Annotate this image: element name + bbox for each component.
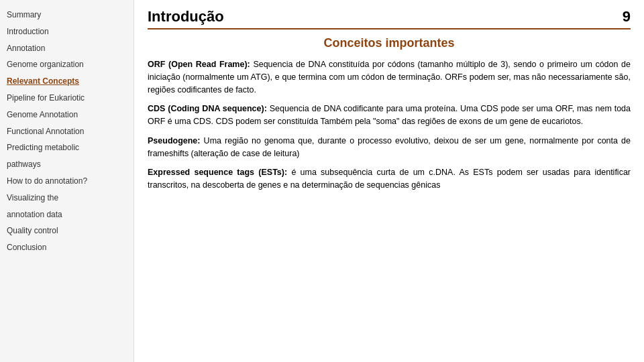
content-area: ORF (Open Read Frame): Sequencia de DNA … bbox=[148, 58, 631, 192]
content-block-ests: Expressed sequence tags (ESTs): é uma su… bbox=[148, 166, 631, 192]
term-ests: Expressed sequence tags (ESTs): bbox=[148, 168, 287, 177]
content-block-cds: CDS (Coding DNA sequence): Sequencia de … bbox=[148, 103, 631, 128]
sidebar-item-annotation-data[interactable]: annotation data bbox=[0, 206, 133, 223]
sidebar-item-annotation[interactable]: Annotation bbox=[0, 40, 133, 57]
header-bar: Introdução 9 bbox=[148, 8, 631, 29]
sidebar-item-how-to-do-annotation[interactable]: How to do annotation? bbox=[0, 173, 133, 190]
sidebar-item-pathways[interactable]: pathways bbox=[0, 156, 133, 173]
term-cds: CDS (Coding DNA sequence): bbox=[148, 104, 267, 113]
sidebar-item-conclusion[interactable]: Conclusion bbox=[0, 239, 133, 256]
page-title: Introdução bbox=[148, 8, 224, 25]
sidebar-item-relevant-concepts[interactable]: Relevant Concepts bbox=[0, 73, 133, 90]
term-pseudogene: Pseudogene: bbox=[148, 136, 201, 145]
content-block-pseudogene: Pseudogene: Uma região no genoma que, du… bbox=[148, 135, 631, 160]
sidebar-item-genome-organization[interactable]: Genome organization bbox=[0, 56, 133, 73]
sidebar-item-visualizing-the[interactable]: Visualizing the bbox=[0, 190, 133, 206]
term-orf: ORF (Open Read Frame): bbox=[148, 60, 250, 69]
sidebar: SummaryIntroductionAnnotationGenome orga… bbox=[0, 0, 134, 362]
sidebar-item-introduction[interactable]: Introduction bbox=[0, 23, 133, 40]
page-number: 9 bbox=[623, 8, 631, 25]
sidebar-item-predicting-metabolic[interactable]: Predicting metabolic bbox=[0, 139, 133, 156]
sidebar-item-genome-annotation[interactable]: Genome Annotation bbox=[0, 107, 133, 123]
sidebar-item-functional-annotation[interactable]: Functional Annotation bbox=[0, 123, 133, 140]
sidebar-item-summary[interactable]: Summary bbox=[0, 7, 133, 23]
content-block-orf: ORF (Open Read Frame): Sequencia de DNA … bbox=[148, 58, 631, 96]
sidebar-item-quality-control[interactable]: Quality control bbox=[0, 223, 133, 239]
sidebar-item-pipeline-for-eukariotic[interactable]: Pipeline for Eukariotic bbox=[0, 90, 133, 107]
section-title: Conceitos importantes bbox=[148, 36, 631, 50]
main-content: Introdução 9 Conceitos importantes ORF (… bbox=[134, 0, 644, 362]
